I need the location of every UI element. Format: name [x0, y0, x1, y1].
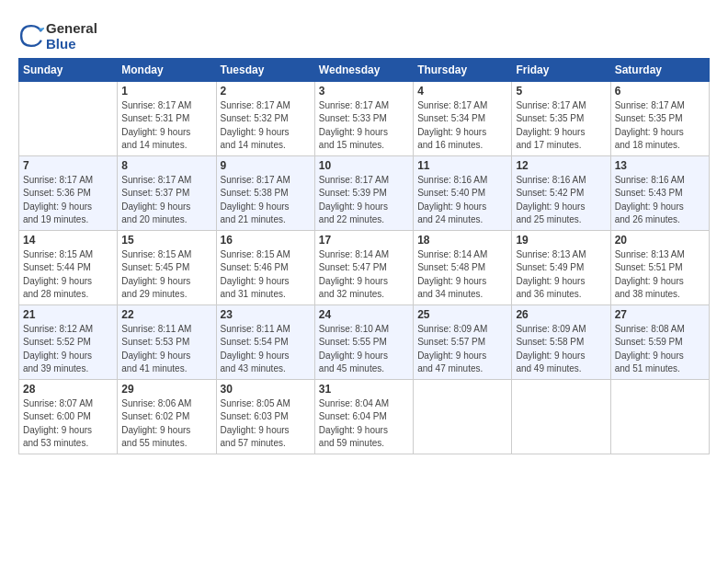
day-info: Sunrise: 8:14 AMSunset: 5:47 PMDaylight:…	[319, 248, 409, 302]
day-number: 11	[417, 159, 507, 172]
calendar-header-tuesday: Tuesday	[216, 58, 314, 81]
day-number: 24	[319, 308, 409, 321]
calendar-cell: 11Sunrise: 8:16 AMSunset: 5:40 PMDayligh…	[414, 155, 512, 230]
day-number: 1	[121, 85, 211, 98]
calendar-cell	[610, 379, 709, 454]
day-info: Sunrise: 8:16 AMSunset: 5:42 PMDaylight:…	[516, 174, 606, 227]
day-info: Sunrise: 8:17 AMSunset: 5:31 PMDaylight:…	[121, 99, 211, 153]
calendar-cell: 21Sunrise: 8:12 AMSunset: 5:52 PMDayligh…	[19, 304, 118, 379]
day-info: Sunrise: 8:15 AMSunset: 5:45 PMDaylight:…	[121, 248, 211, 302]
calendar: SundayMondayTuesdayWednesdayThursdayFrid…	[18, 58, 710, 454]
day-info: Sunrise: 8:17 AMSunset: 5:34 PMDaylight:…	[417, 99, 507, 153]
page: General Blue SundayMondayTuesdayWednesda…	[0, 0, 728, 464]
day-info: Sunrise: 8:13 AMSunset: 5:49 PMDaylight:…	[516, 248, 606, 302]
calendar-header-saturday: Saturday	[610, 58, 709, 81]
calendar-cell	[512, 379, 610, 454]
day-number: 7	[23, 159, 113, 172]
day-number: 17	[319, 234, 409, 247]
day-number: 27	[615, 308, 705, 321]
day-info: Sunrise: 8:11 AMSunset: 5:54 PMDaylight:…	[221, 323, 311, 376]
calendar-header-monday: Monday	[118, 58, 216, 81]
day-info: Sunrise: 8:17 AMSunset: 5:32 PMDaylight:…	[221, 99, 311, 153]
day-number: 15	[121, 234, 211, 247]
day-info: Sunrise: 8:07 AMSunset: 6:00 PMDaylight:…	[23, 397, 113, 451]
calendar-cell: 25Sunrise: 8:09 AMSunset: 5:57 PMDayligh…	[414, 304, 512, 379]
calendar-week-row: 1Sunrise: 8:17 AMSunset: 5:31 PMDaylight…	[19, 81, 710, 155]
logo-icon	[18, 23, 44, 49]
day-info: Sunrise: 8:08 AMSunset: 5:59 PMDaylight:…	[615, 323, 705, 376]
calendar-cell	[414, 379, 512, 454]
calendar-cell: 27Sunrise: 8:08 AMSunset: 5:59 PMDayligh…	[610, 304, 709, 379]
calendar-cell: 17Sunrise: 8:14 AMSunset: 5:47 PMDayligh…	[314, 230, 413, 304]
day-info: Sunrise: 8:04 AMSunset: 6:04 PMDaylight:…	[319, 397, 409, 451]
day-number: 31	[319, 383, 409, 396]
calendar-cell: 14Sunrise: 8:15 AMSunset: 5:44 PMDayligh…	[19, 230, 118, 304]
day-info: Sunrise: 8:09 AMSunset: 5:58 PMDaylight:…	[516, 323, 606, 376]
day-number: 25	[417, 308, 507, 321]
day-number: 19	[516, 234, 606, 247]
calendar-week-row: 21Sunrise: 8:12 AMSunset: 5:52 PMDayligh…	[19, 304, 710, 379]
day-info: Sunrise: 8:10 AMSunset: 5:55 PMDaylight:…	[319, 323, 409, 376]
day-info: Sunrise: 8:15 AMSunset: 5:46 PMDaylight:…	[221, 248, 311, 302]
day-number: 4	[417, 85, 507, 98]
calendar-header-row: SundayMondayTuesdayWednesdayThursdayFrid…	[19, 58, 710, 81]
day-info: Sunrise: 8:06 AMSunset: 6:02 PMDaylight:…	[121, 397, 211, 451]
calendar-header-wednesday: Wednesday	[314, 58, 413, 81]
day-number: 13	[615, 159, 705, 172]
day-info: Sunrise: 8:16 AMSunset: 5:40 PMDaylight:…	[417, 174, 507, 227]
day-info: Sunrise: 8:05 AMSunset: 6:03 PMDaylight:…	[221, 397, 311, 451]
day-info: Sunrise: 8:14 AMSunset: 5:48 PMDaylight:…	[417, 248, 507, 302]
calendar-cell: 7Sunrise: 8:17 AMSunset: 5:36 PMDaylight…	[19, 155, 118, 230]
day-number: 21	[23, 308, 113, 321]
logo: General Blue	[18, 20, 97, 52]
calendar-cell: 18Sunrise: 8:14 AMSunset: 5:48 PMDayligh…	[414, 230, 512, 304]
calendar-cell: 5Sunrise: 8:17 AMSunset: 5:35 PMDaylight…	[512, 81, 610, 155]
calendar-cell: 12Sunrise: 8:16 AMSunset: 5:42 PMDayligh…	[512, 155, 610, 230]
calendar-cell: 4Sunrise: 8:17 AMSunset: 5:34 PMDaylight…	[414, 81, 512, 155]
day-number: 9	[221, 159, 311, 172]
day-number: 28	[23, 383, 113, 396]
day-info: Sunrise: 8:16 AMSunset: 5:43 PMDaylight:…	[615, 174, 705, 227]
day-number: 23	[221, 308, 311, 321]
logo-text: General Blue	[46, 20, 97, 52]
calendar-cell: 13Sunrise: 8:16 AMSunset: 5:43 PMDayligh…	[610, 155, 709, 230]
day-number: 2	[221, 85, 311, 98]
calendar-cell: 22Sunrise: 8:11 AMSunset: 5:53 PMDayligh…	[118, 304, 216, 379]
calendar-cell: 9Sunrise: 8:17 AMSunset: 5:38 PMDaylight…	[216, 155, 314, 230]
day-info: Sunrise: 8:17 AMSunset: 5:36 PMDaylight:…	[23, 174, 113, 227]
day-number: 10	[319, 159, 409, 172]
calendar-cell: 8Sunrise: 8:17 AMSunset: 5:37 PMDaylight…	[118, 155, 216, 230]
calendar-week-row: 28Sunrise: 8:07 AMSunset: 6:00 PMDayligh…	[19, 379, 710, 454]
day-number: 30	[221, 383, 311, 396]
day-info: Sunrise: 8:17 AMSunset: 5:35 PMDaylight:…	[615, 99, 705, 153]
day-info: Sunrise: 8:13 AMSunset: 5:51 PMDaylight:…	[615, 248, 705, 302]
day-number: 29	[121, 383, 211, 396]
calendar-cell: 1Sunrise: 8:17 AMSunset: 5:31 PMDaylight…	[118, 81, 216, 155]
day-number: 16	[221, 234, 311, 247]
calendar-header-thursday: Thursday	[414, 58, 512, 81]
calendar-cell: 30Sunrise: 8:05 AMSunset: 6:03 PMDayligh…	[216, 379, 314, 454]
calendar-cell: 2Sunrise: 8:17 AMSunset: 5:32 PMDaylight…	[216, 81, 314, 155]
calendar-header-friday: Friday	[512, 58, 610, 81]
day-number: 20	[615, 234, 705, 247]
calendar-cell	[19, 81, 118, 155]
day-number: 14	[23, 234, 113, 247]
calendar-cell: 24Sunrise: 8:10 AMSunset: 5:55 PMDayligh…	[314, 304, 413, 379]
calendar-cell: 10Sunrise: 8:17 AMSunset: 5:39 PMDayligh…	[314, 155, 413, 230]
day-info: Sunrise: 8:11 AMSunset: 5:53 PMDaylight:…	[121, 323, 211, 376]
calendar-cell: 31Sunrise: 8:04 AMSunset: 6:04 PMDayligh…	[314, 379, 413, 454]
day-info: Sunrise: 8:17 AMSunset: 5:39 PMDaylight:…	[319, 174, 409, 227]
calendar-cell: 28Sunrise: 8:07 AMSunset: 6:00 PMDayligh…	[19, 379, 118, 454]
day-number: 12	[516, 159, 606, 172]
day-number: 8	[121, 159, 211, 172]
calendar-header-sunday: Sunday	[19, 58, 118, 81]
calendar-cell: 29Sunrise: 8:06 AMSunset: 6:02 PMDayligh…	[118, 379, 216, 454]
calendar-cell: 16Sunrise: 8:15 AMSunset: 5:46 PMDayligh…	[216, 230, 314, 304]
calendar-cell: 3Sunrise: 8:17 AMSunset: 5:33 PMDaylight…	[314, 81, 413, 155]
calendar-cell: 26Sunrise: 8:09 AMSunset: 5:58 PMDayligh…	[512, 304, 610, 379]
header: General Blue	[18, 17, 710, 52]
calendar-week-row: 14Sunrise: 8:15 AMSunset: 5:44 PMDayligh…	[19, 230, 710, 304]
calendar-cell: 20Sunrise: 8:13 AMSunset: 5:51 PMDayligh…	[610, 230, 709, 304]
day-number: 26	[516, 308, 606, 321]
day-info: Sunrise: 8:09 AMSunset: 5:57 PMDaylight:…	[417, 323, 507, 376]
